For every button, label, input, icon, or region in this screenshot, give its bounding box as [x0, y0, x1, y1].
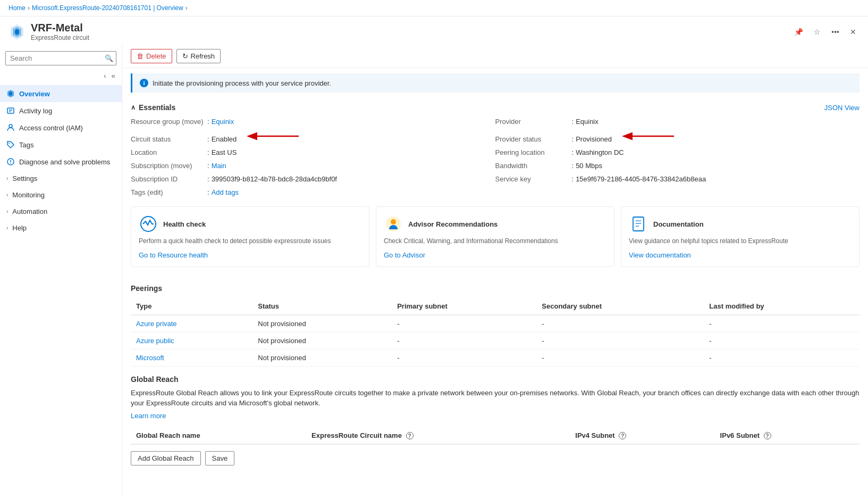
documentation-card-header: Documentation	[629, 214, 852, 234]
sidebar-group-automation[interactable]: › Automation	[0, 203, 122, 220]
azure-private-status: Not provisioned	[252, 315, 392, 332]
more-button[interactable]: •••	[828, 26, 842, 38]
health-check-link[interactable]: Go to Resource health	[139, 251, 361, 259]
azure-private-primary: -	[392, 315, 536, 332]
sidebar-item-activity-log[interactable]: Activity log	[0, 102, 122, 119]
documentation-link[interactable]: View documentation	[629, 251, 852, 259]
azure-public-link[interactable]: Azure public	[136, 337, 174, 345]
essentials-header: ∧ Essentials JSON View	[131, 98, 859, 116]
provider-status-arrow	[618, 131, 677, 142]
documentation-card: Documentation View guidance on helpful t…	[621, 206, 859, 267]
microsoft-modified: -	[704, 349, 859, 366]
col-primary-subnet: Primary subnet	[392, 298, 536, 315]
add-tags-link[interactable]: Add tags	[212, 188, 239, 196]
sidebar-item-diagnose[interactable]: Diagnose and solve problems	[0, 153, 122, 170]
sidebar-item-overview[interactable]: Overview	[0, 85, 122, 102]
essentials-title[interactable]: ∧ Essentials	[131, 103, 175, 112]
health-check-desc: Perform a quick health check to detect p…	[139, 237, 361, 246]
advisor-link[interactable]: Go to Advisor	[384, 251, 606, 259]
search-input[interactable]	[5, 51, 116, 65]
documentation-desc: View guidance on helpful topics related …	[629, 237, 852, 246]
essentials-row-provider: Provider : Equinix	[495, 116, 860, 127]
azure-private-modified: -	[704, 315, 859, 332]
sidebar-nav-back[interactable]: ‹	[102, 70, 108, 82]
ipv4-tooltip-icon: ?	[619, 432, 626, 439]
sidebar-item-tags[interactable]: Tags	[0, 136, 122, 153]
json-view-link[interactable]: JSON View	[824, 104, 859, 112]
refresh-label: Refresh	[191, 52, 215, 60]
sidebar-group-monitoring[interactable]: › Monitoring	[0, 187, 122, 203]
subscription-link[interactable]: Main	[212, 162, 226, 170]
gr-col-ipv4: IPv4 Subnet ?	[570, 427, 714, 445]
search-icon: 🔍	[105, 54, 113, 62]
delete-button[interactable]: 🗑 Delete	[131, 49, 172, 63]
diagnose-icon	[6, 157, 15, 166]
azure-public-primary: -	[392, 332, 536, 349]
col-type: Type	[131, 298, 252, 315]
peerings-section: Peerings Type Status Primary subnet Seco…	[122, 284, 868, 367]
favorite-button[interactable]: ☆	[811, 26, 824, 38]
azure-private-link[interactable]: Azure private	[136, 320, 177, 328]
provider-status-value: Provisioned	[576, 135, 612, 143]
azure-public-link-cell: Azure public	[131, 332, 252, 349]
circuit-status-arrow	[243, 131, 301, 142]
essentials-row-subscription: Subscription (move) : Main	[131, 160, 495, 171]
sidebar-group-settings[interactable]: › Settings	[0, 170, 122, 187]
health-check-icon	[139, 214, 158, 234]
sidebar-collapse[interactable]: «	[109, 70, 117, 82]
global-reach-data-table: Global Reach name ExpressRoute Circuit n…	[131, 427, 859, 445]
resource-group-link[interactable]: Equinix	[212, 118, 234, 126]
microsoft-status: Not provisioned	[252, 349, 392, 366]
azure-public-secondary: -	[536, 332, 704, 349]
essentials-row-tags: Tags (edit) : Add tags	[131, 187, 495, 198]
sidebar-item-access-control[interactable]: Access control (IAM)	[0, 119, 122, 136]
peerings-title: Peerings	[131, 284, 859, 293]
access-control-icon	[6, 123, 15, 132]
sidebar-group-automation-label: Automation	[12, 207, 47, 215]
gr-col-name: Global Reach name	[131, 427, 306, 445]
peerings-table: Type Status Primary subnet Secondary sub…	[131, 298, 859, 367]
essentials-right-col: Provider : Equinix Provider status : Pro…	[495, 116, 860, 198]
global-reach-section: Global Reach ExpressRoute Global Reach a…	[122, 367, 868, 475]
microsoft-primary: -	[392, 349, 536, 366]
breadcrumb-resource[interactable]: Microsoft.ExpressRoute-20240708161701 | …	[32, 4, 183, 12]
info-message: Initiate the provisioning process with y…	[153, 79, 331, 87]
save-button[interactable]: Save	[205, 451, 235, 465]
service-key-value: 15e9f679-2186-4405-8476-33842a6b8eaa	[576, 175, 706, 183]
global-reach-header: Global Reach name ExpressRoute Circuit n…	[131, 427, 859, 445]
essentials-grid: Resource group (move) : Equinix Circuit …	[131, 116, 859, 198]
sidebar-group-settings-label: Settings	[12, 174, 37, 182]
global-reach-actions: Add Global Reach Save	[131, 451, 859, 465]
search-container: 🔍	[0, 47, 122, 70]
page-subtitle: ExpressRoute circuit	[31, 34, 89, 41]
help-chevron: ›	[6, 225, 8, 231]
azure-private-secondary: -	[536, 315, 704, 332]
circuit-status-value: Enabled	[212, 135, 237, 143]
global-reach-table: Global Reach name ExpressRoute Circuit n…	[131, 427, 859, 445]
essentials-title-text: Essentials	[139, 103, 175, 112]
health-check-card: Health check Perform a quick health chec…	[131, 206, 369, 267]
pin-button[interactable]: 📌	[791, 26, 806, 38]
breadcrumb-home[interactable]: Home	[9, 4, 26, 12]
sidebar-item-diagnose-label: Diagnose and solve problems	[19, 158, 110, 166]
header-title-group: VRF-Metal ExpressRoute circuit	[31, 22, 89, 41]
essentials-collapse-icon: ∧	[131, 104, 136, 111]
refresh-icon: ↻	[182, 52, 188, 60]
global-reach-description: ExpressRoute Global Reach allows you to …	[131, 388, 859, 409]
peerings-table-header: Type Status Primary subnet Secondary sub…	[131, 298, 859, 315]
sidebar-item-tags-label: Tags	[19, 141, 33, 149]
breadcrumb: Home › Microsoft.ExpressRoute-2024070816…	[0, 0, 868, 16]
microsoft-link[interactable]: Microsoft	[136, 354, 164, 362]
col-last-modified: Last modified by	[704, 298, 859, 315]
refresh-button[interactable]: ↻ Refresh	[176, 49, 221, 63]
sidebar-nav-controls: ‹ «	[0, 70, 122, 85]
toolbar: 🗑 Delete ↻ Refresh	[122, 45, 868, 68]
circuit-tooltip-icon: ?	[406, 432, 414, 439]
add-global-reach-button[interactable]: Add Global Reach	[131, 451, 201, 465]
delete-icon: 🗑	[137, 52, 144, 60]
bandwidth-value: 50 Mbps	[576, 162, 602, 170]
sidebar-group-help[interactable]: › Help	[0, 220, 122, 236]
learn-more-link[interactable]: Learn more	[131, 412, 166, 420]
essentials-row-peering-location: Peering location : Washington DC	[495, 147, 860, 158]
close-button[interactable]: ✕	[847, 26, 859, 38]
